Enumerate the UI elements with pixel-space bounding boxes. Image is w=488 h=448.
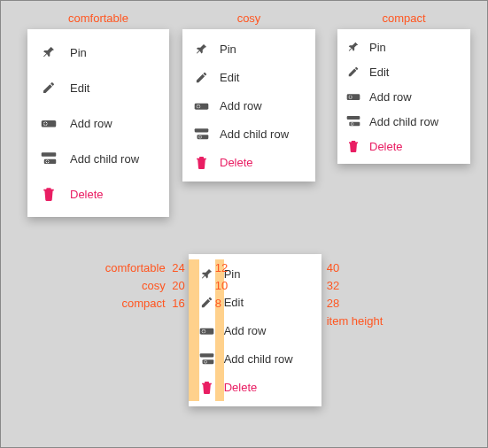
trash-icon xyxy=(193,156,209,169)
menu-item-add-row[interactable]: Add row xyxy=(27,105,169,141)
svg-rect-4 xyxy=(42,152,57,157)
diagram-leftpad-values: 24 20 16 xyxy=(171,259,189,313)
svg-rect-22 xyxy=(347,116,360,120)
spacing-highlight-gap xyxy=(215,316,224,344)
pin-icon xyxy=(199,259,215,288)
menu-item-delete[interactable]: Delete xyxy=(337,134,470,158)
heading-compact: compact xyxy=(337,12,470,25)
svg-rect-3 xyxy=(43,123,47,125)
context-menu-compact: Pin Edit Add row Add child row Delete xyxy=(337,29,470,164)
diagram-gap-values: 12 10 8 xyxy=(215,259,231,313)
label-item-height: item height xyxy=(327,313,383,330)
diagram-label-comfortable: comfortable xyxy=(105,259,166,277)
value-leftpad-comfortable: 24 xyxy=(171,259,185,277)
menu-item-pin[interactable]: Pin xyxy=(182,35,315,63)
add-row-icon xyxy=(40,117,58,129)
menu-item-edit[interactable]: Edit xyxy=(27,70,169,105)
menu-item-label: Pin xyxy=(224,267,307,281)
pin-icon xyxy=(193,42,209,56)
add-child-row-icon xyxy=(193,127,209,141)
value-height-cosy: 32 xyxy=(327,277,383,295)
menu-item-label: Pin xyxy=(220,42,301,56)
pencil-icon xyxy=(40,81,58,95)
diagram-label-compact: compact xyxy=(105,295,166,313)
menu-item-pin[interactable]: Pin xyxy=(337,35,470,59)
value-gap-cosy: 10 xyxy=(215,277,229,295)
menu-item-add-row[interactable]: Add row xyxy=(189,316,321,344)
menu-item-add-child-row[interactable]: Add child row xyxy=(189,344,321,373)
value-gap-comfortable: 12 xyxy=(215,259,229,277)
pencil-icon xyxy=(193,71,209,84)
heading-cosy: cosy xyxy=(182,12,315,25)
trash-icon xyxy=(40,187,58,201)
svg-rect-8 xyxy=(46,161,49,162)
menu-item-label: Delete xyxy=(220,156,301,169)
spacing-highlight-gap xyxy=(215,373,224,401)
heading-comfortable: comfortable xyxy=(27,12,169,25)
menu-item-add-row[interactable]: Add row xyxy=(182,91,315,120)
spacing-highlight-leftpad xyxy=(189,373,199,401)
svg-rect-35 xyxy=(205,361,207,362)
menu-item-add-child-row[interactable]: Add child row xyxy=(182,120,315,148)
pencil-icon xyxy=(346,66,360,78)
context-menu-annotated: 12 10 8 Pin Edit xyxy=(189,254,321,406)
menu-item-pin[interactable]: Pin xyxy=(189,259,321,288)
context-menu-cosy: Pin Edit Add row Add child row Delete xyxy=(182,29,315,182)
pencil-icon xyxy=(199,288,215,316)
spacing-highlight-gap xyxy=(215,344,224,373)
menu-item-label: Edit xyxy=(70,81,153,95)
menu-item-label: Add child row xyxy=(220,127,301,141)
svg-rect-12 xyxy=(197,105,200,106)
menu-item-label: Delete xyxy=(224,381,307,394)
menu-item-delete[interactable]: Delete xyxy=(182,148,315,176)
value-leftpad-cosy: 20 xyxy=(171,277,185,295)
pin-icon xyxy=(40,45,58,59)
spacing-highlight-leftpad xyxy=(189,344,199,373)
menu-item-label: Add child row xyxy=(369,115,458,128)
add-child-row-icon xyxy=(40,151,58,166)
menu-item-pin[interactable]: Pin xyxy=(27,35,169,70)
spacing-highlight-leftpad xyxy=(189,316,199,344)
diagram-density-labels: comfortable cosy compact xyxy=(105,259,171,313)
menu-item-label: Add row xyxy=(70,117,153,130)
menu-item-label: Edit xyxy=(369,66,458,79)
canvas: comfortable cosy compact Pin Edit Add ro… xyxy=(0,0,488,448)
diagram-item-height-values: 40 32 28 item height xyxy=(321,259,383,330)
menu-item-delete[interactable]: Delete xyxy=(27,176,169,212)
diagram-label-cosy: cosy xyxy=(105,277,166,295)
menu-item-add-child-row[interactable]: Add child row xyxy=(27,141,169,176)
svg-rect-17 xyxy=(198,136,201,137)
menu-item-delete[interactable]: Delete xyxy=(189,373,321,401)
value-gap-compact: 8 xyxy=(215,295,229,313)
svg-rect-30 xyxy=(202,330,205,331)
menu-item-label: Delete xyxy=(369,140,458,153)
spacing-highlight-leftpad xyxy=(189,259,199,288)
menu-item-add-row[interactable]: Add row xyxy=(337,84,470,109)
menu-item-edit[interactable]: Edit xyxy=(189,288,321,316)
menu-item-label: Delete xyxy=(70,188,153,201)
menu-item-label: Edit xyxy=(220,71,301,84)
menu-item-add-child-row[interactable]: Add child row xyxy=(337,109,470,134)
menu-item-label: Add child row xyxy=(70,152,153,166)
trash-icon xyxy=(346,140,360,152)
value-height-comfortable: 40 xyxy=(327,259,383,277)
add-row-icon xyxy=(199,316,215,344)
menu-item-label: Pin xyxy=(70,46,153,59)
menu-item-label: Add child row xyxy=(224,352,307,366)
menu-item-label: Add row xyxy=(369,90,458,104)
svg-rect-26 xyxy=(351,123,353,124)
value-height-compact: 28 xyxy=(327,295,383,313)
menu-item-label: Add row xyxy=(224,324,307,337)
add-row-icon xyxy=(193,100,209,112)
svg-rect-13 xyxy=(194,128,208,132)
menu-item-label: Pin xyxy=(369,41,458,54)
trash-icon xyxy=(199,373,215,401)
spacing-highlight-leftpad xyxy=(189,288,199,316)
add-row-icon xyxy=(346,91,360,102)
spacing-diagram: comfortable cosy compact 24 20 16 12 10 … xyxy=(1,259,487,406)
add-child-row-icon xyxy=(199,344,215,373)
menu-item-edit[interactable]: Edit xyxy=(337,59,470,84)
svg-rect-21 xyxy=(349,97,352,97)
menu-item-label: Edit xyxy=(224,296,307,309)
menu-item-edit[interactable]: Edit xyxy=(182,63,315,91)
